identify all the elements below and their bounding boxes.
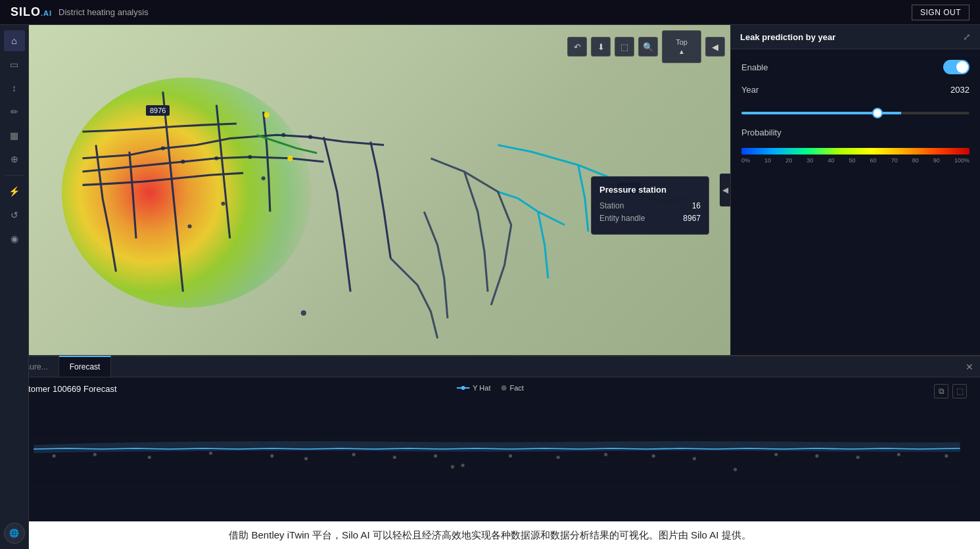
svg-point-31: [557, 456, 560, 459]
tooltip-station-row: Station 16: [599, 201, 701, 210]
svg-point-23: [270, 454, 273, 458]
top-btn-label: Top: [676, 38, 688, 46]
enable-toggle[interactable]: [943, 60, 969, 74]
map-download-button[interactable]: ⬇: [591, 37, 611, 57]
right-panel-title: Leak prediction by year: [740, 32, 835, 42]
svg-point-7: [221, 202, 225, 206]
map-toolbar: ↶ ⬇ ⬚ 🔍 Top ▲ ◀: [567, 30, 725, 63]
map-right-collapse-handle[interactable]: ◀: [720, 174, 730, 206]
chart-svg-container: [13, 407, 967, 529]
legend-yhat-icon: [456, 385, 469, 391]
legend-fact: Fact: [501, 384, 523, 392]
sidebar-item-layers[interactable]: ↕: [4, 78, 25, 99]
year-slider[interactable]: [741, 112, 969, 114]
app-title: District heating analysis: [58, 7, 149, 17]
probability-labels: 0% 10 20 30 40 50 60 70 80 90 100%: [741, 157, 969, 164]
tooltip-entity-label: Entity handle: [599, 214, 645, 223]
sign-out-button[interactable]: SIGN OUT: [912, 5, 969, 20]
sidebar-item-lightning[interactable]: ⚡: [4, 181, 25, 202]
bottom-collapse-button[interactable]: ✕: [959, 362, 980, 372]
svg-point-5: [308, 135, 312, 139]
svg-point-39: [897, 453, 900, 456]
map-container[interactable]: 8976 8967 ↶ ⬇ ⬚ 🔍 Top ▲ ◀ Pressure stati…: [29, 25, 730, 355]
enable-row: Enable: [741, 60, 969, 74]
map-badge-8976: 8976: [146, 105, 170, 116]
svg-point-22: [209, 452, 212, 455]
svg-point-36: [774, 453, 778, 456]
bottom-area: Measure... Forecast ✕ Customer 100669 Fo…: [0, 355, 980, 549]
tooltip-entity-row: Entity handle 8967: [599, 214, 701, 223]
bottom-tabs: Measure... Forecast ✕: [0, 356, 980, 377]
svg-point-40: [945, 454, 948, 458]
probability-row: Probability: [741, 128, 969, 137]
sidebar-item-monitor[interactable]: ▭: [4, 54, 25, 75]
logo: SILO.AI: [11, 5, 52, 19]
tooltip-title: Pressure station: [599, 185, 701, 195]
svg-point-35: [734, 467, 737, 471]
sidebar-item-edit[interactable]: ✏: [4, 101, 25, 122]
sidebar-item-grid[interactable]: ▦: [4, 125, 25, 146]
sidebar-item-crosshair[interactable]: ⊕: [4, 149, 25, 170]
legend-fact-label: Fact: [509, 384, 523, 392]
probability-label: Probability: [741, 128, 782, 137]
svg-point-2: [214, 156, 218, 160]
svg-point-26: [393, 456, 396, 459]
year-value: 2032: [950, 85, 969, 95]
sidebar-item-home[interactable]: ⌂: [4, 30, 25, 51]
svg-point-29: [461, 464, 464, 467]
right-panel-header: Leak prediction by year ⤢: [731, 25, 980, 49]
sidebar-item-circle[interactable]: ◉: [4, 228, 25, 249]
caption-bar: 借助 Bentley iTwin 平台，Silo AI 可以轻松且经济高效地实现…: [0, 521, 980, 549]
map-collapse-button[interactable]: ◀: [705, 37, 725, 57]
header: SILO.AI District heating analysis SIGN O…: [0, 0, 980, 25]
tooltip-station-label: Station: [599, 201, 624, 210]
caption-text: 借助 Bentley iTwin 平台，Silo AI 可以轻松且经济高效地实现…: [229, 529, 751, 542]
map-tooltip: Pressure station Station 16 Entity handl…: [591, 176, 709, 235]
top-btn-arrow: ▲: [678, 48, 685, 55]
svg-point-11: [264, 112, 269, 118]
year-slider-container: [741, 105, 969, 117]
svg-point-8: [188, 224, 192, 228]
sidebar-item-rotate[interactable]: ↺: [4, 204, 25, 226]
svg-point-32: [604, 453, 607, 456]
svg-point-25: [352, 453, 356, 456]
svg-point-33: [652, 454, 655, 458]
svg-point-0: [161, 147, 165, 151]
svg-point-13: [461, 386, 465, 390]
right-panel-expand-icon[interactable]: ⤢: [963, 32, 971, 42]
sidebar: ⌂ ▭ ↕ ✏ ▦ ⊕ ⚡ ↺ ◉ 🌐: [0, 25, 29, 549]
logo-sub: .AI: [41, 9, 52, 17]
map-undo-button[interactable]: ↶: [567, 37, 587, 57]
svg-point-38: [856, 456, 860, 459]
sidebar-divider: [5, 175, 24, 176]
chart-fullscreen-button[interactable]: ⬚: [952, 384, 967, 398]
svg-point-27: [434, 454, 437, 458]
svg-point-21: [148, 456, 151, 459]
legend-yhat: Y Hat: [456, 384, 490, 392]
tab-forecast[interactable]: Forecast: [59, 356, 112, 377]
right-panel: Leak prediction by year ⤢ Enable Year 20…: [730, 25, 980, 355]
svg-point-3: [248, 155, 252, 159]
toggle-knob: [956, 61, 968, 73]
svg-point-30: [509, 454, 512, 458]
year-label: Year: [741, 85, 758, 95]
map-top-button[interactable]: Top ▲: [662, 30, 701, 63]
sidebar-item-globe[interactable]: 🌐: [4, 523, 25, 544]
legend-fact-icon: [501, 385, 506, 391]
tooltip-station-value: 16: [692, 201, 701, 210]
chart-svg: [13, 407, 967, 529]
map-search-button[interactable]: 🔍: [638, 37, 658, 57]
chart-expand-button[interactable]: ⧉: [934, 384, 948, 398]
svg-point-28: [451, 465, 454, 468]
tooltip-entity-value: 8967: [683, 214, 701, 223]
svg-point-1: [181, 160, 185, 164]
header-left: SILO.AI District heating analysis: [11, 5, 149, 19]
svg-point-20: [93, 453, 97, 456]
enable-label: Enable: [741, 62, 768, 72]
svg-point-10: [287, 156, 292, 161]
svg-point-9: [301, 310, 306, 316]
chart-controls: ⧉ ⬚: [934, 384, 967, 398]
svg-point-6: [262, 176, 266, 180]
svg-point-19: [53, 454, 56, 458]
map-frame-button[interactable]: ⬚: [615, 37, 634, 57]
